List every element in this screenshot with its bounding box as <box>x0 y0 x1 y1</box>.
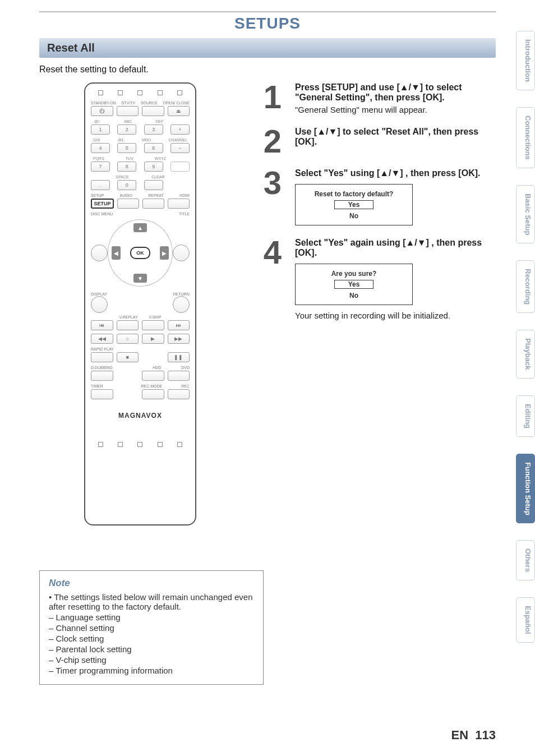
nav-right-icon: ▶ <box>160 246 169 260</box>
hdmi-button <box>168 199 190 209</box>
ff-button: ▶▶ <box>168 334 190 344</box>
dialog-option-yes: Yes <box>334 200 373 209</box>
dialog-option-no: No <box>334 291 373 300</box>
step-1: 1 Press [SETUP] and use [▲/▼] to select … <box>258 82 496 114</box>
key-5: 5 <box>117 143 136 153</box>
nav-up-icon: ▲ <box>133 223 147 232</box>
step-4-bold: Select "Yes" again using [▲/▼] , then pr… <box>295 238 482 257</box>
key-6: 6 <box>144 143 163 153</box>
disc-menu-button <box>91 245 108 261</box>
display-button <box>91 296 108 313</box>
nav-down-icon: ▼ <box>133 274 147 283</box>
step-2: 2 Use [▲/▼] to select "Reset All", then … <box>258 127 496 156</box>
rapid-play-button <box>91 352 113 362</box>
note-item: Clock setting <box>49 634 254 643</box>
ok-button: OK <box>130 247 150 259</box>
tab-function-setup[interactable]: Function Setup <box>516 454 535 524</box>
tab-playback[interactable]: Playback <box>516 330 535 378</box>
step-3-bold: Select "Yes" using [▲/▼] , then press [O… <box>295 168 480 178</box>
key-dot: . <box>91 180 110 190</box>
open-close-button: ⏏ <box>168 106 190 116</box>
section-heading: Reset All <box>39 38 496 58</box>
prev-button: ⏮ <box>91 320 113 330</box>
channel-up: + <box>170 125 190 135</box>
step-1-sub: "General Setting" menu will appear. <box>295 105 496 114</box>
tab-connections[interactable]: Connections <box>516 107 535 168</box>
ddubbing-button <box>91 371 113 381</box>
key-0: 0 <box>117 180 136 190</box>
tab-recording[interactable]: Recording <box>516 260 535 313</box>
step-2-bold: Use [▲/▼] to select "Reset All", then pr… <box>295 127 478 146</box>
nav-pad: ▲ ▼ ◀ ▶ OK <box>108 219 173 287</box>
source-button <box>142 106 164 116</box>
recmode-button <box>142 389 164 399</box>
play-button: ▶ <box>142 334 164 344</box>
dialog-option-yes: Yes <box>334 280 373 289</box>
page-footer: EN 113 <box>451 728 496 743</box>
step-number: 1 <box>258 82 287 114</box>
nav-left-icon: ◀ <box>112 246 121 260</box>
key-4: 4 <box>91 143 110 153</box>
rec-dot-button: ○ <box>117 334 139 344</box>
step-number: 3 <box>258 168 287 225</box>
dtv-tv-button <box>117 106 139 116</box>
step-3: 3 Select "Yes" using [▲/▼] , then press … <box>258 168 496 225</box>
remote-illustration: STANDBY-ON DTV/TV SOURCE OPEN/ CLOSE ⏻ ⏏… <box>84 82 196 525</box>
tab-editing[interactable]: Editing <box>516 395 535 437</box>
tab-espanol[interactable]: Español <box>516 597 535 643</box>
vreplay-button <box>117 320 139 330</box>
timer-button <box>91 389 113 399</box>
setup-button: SETUP <box>91 199 114 209</box>
vskip-button <box>142 320 164 330</box>
step-4-sub: Your setting in recording will be initia… <box>295 311 496 320</box>
key-clear <box>144 180 163 190</box>
key-8: 8 <box>117 162 136 172</box>
page-title: SETUPS <box>39 15 496 33</box>
step-number: 4 <box>258 238 287 320</box>
note-item: Channel setting <box>49 623 254 633</box>
tab-others[interactable]: Others <box>516 540 535 580</box>
standby-button: ⏻ <box>91 106 113 116</box>
title-button <box>173 245 190 261</box>
note-item: Language setting <box>49 612 254 622</box>
tab-introduction[interactable]: Introduction <box>516 31 535 90</box>
channel-down: − <box>170 143 190 153</box>
note-heading: Note <box>49 578 254 589</box>
rec-button <box>168 389 190 399</box>
note-item: Parental lock setting <box>49 644 254 654</box>
return-button <box>173 296 190 313</box>
dialog-reset: Reset to factory default? Yes No <box>295 184 413 225</box>
tab-basic-setup[interactable]: Basic Setup <box>516 185 535 243</box>
step-4: 4 Select "Yes" again using [▲/▼] , then … <box>258 238 496 320</box>
dialog-confirm: Are you sure? Yes No <box>295 264 413 305</box>
note-item: V-chip setting <box>49 655 254 665</box>
step-number: 2 <box>258 127 287 156</box>
note-item: Timer programming information <box>49 666 254 675</box>
key-3: 3 <box>144 125 163 135</box>
rew-button: ◀◀ <box>91 334 113 344</box>
hdd-button <box>142 371 164 381</box>
page-number: 113 <box>475 728 496 742</box>
dialog-title: Reset to factory default? <box>300 190 408 198</box>
dialog-title: Are you sure? <box>300 270 408 278</box>
key-7: 7 <box>91 162 110 172</box>
note-intro: The settings listed below will remain un… <box>49 592 254 611</box>
key-2: 2 <box>117 125 136 135</box>
key-9: 9 <box>144 162 163 172</box>
lang-code: EN <box>451 728 468 742</box>
dialog-option-no: No <box>334 211 373 220</box>
intro-text: Reset the setting to default. <box>39 64 496 75</box>
repeat-button <box>142 199 164 209</box>
next-button: ⏭ <box>168 320 190 330</box>
pause-button: ❚❚ <box>168 352 190 362</box>
step-1-bold: Press [SETUP] and use [▲/▼] to select "G… <box>295 82 462 102</box>
stop-button: ■ <box>117 352 139 362</box>
side-tabs: Introduction Connections Basic Setup Rec… <box>516 31 535 643</box>
note-box: Note The settings listed below will rema… <box>39 570 264 685</box>
brand-logo: MAGNAVOX <box>91 412 190 420</box>
dvd-button <box>168 371 190 381</box>
audio-button <box>117 199 139 209</box>
key-1: 1 <box>91 125 110 135</box>
